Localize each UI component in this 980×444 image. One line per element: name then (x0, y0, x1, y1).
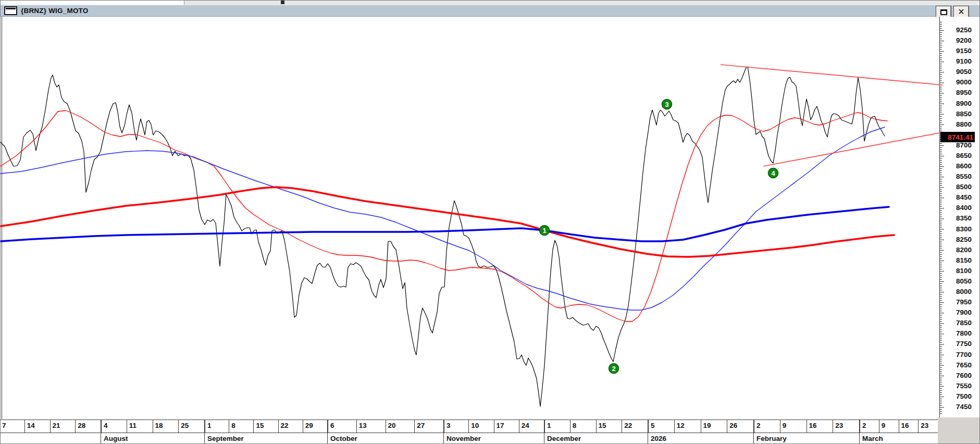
month-label: 2026 (648, 433, 753, 444)
week-label: 16 (899, 420, 919, 433)
week-label: 8 (229, 420, 253, 433)
month-label: November (443, 433, 544, 444)
y-axis-label: 8650 (945, 152, 972, 160)
month-label: September (204, 433, 327, 444)
y-axis-label: 8000 (945, 288, 972, 296)
month-label: August (101, 433, 204, 444)
week-label: 24 (519, 420, 544, 433)
y-axis-label: 7800 (945, 329, 972, 338)
y-axis-label: 8900 (945, 100, 972, 108)
y-axis-label: 8700 (945, 141, 972, 150)
y-axis-label: 8100 (945, 267, 972, 275)
week-label: 21 (50, 420, 76, 433)
close-icon: ✕ (958, 8, 964, 16)
chart-window: {BRNZ} WIG_MOTO ✕ 1234 92509200915091009… (0, 0, 980, 444)
week-label: 6 (327, 420, 356, 433)
week-label: 26 (727, 420, 753, 433)
chart-plot-area[interactable] (1, 17, 980, 444)
y-axis-label: 9250 (945, 26, 972, 34)
y-axis-label: 9000 (945, 78, 972, 87)
y-axis-label: 7600 (945, 372, 972, 380)
y-axis-label: 7850 (945, 319, 972, 327)
y-axis-label: 9200 (945, 36, 972, 45)
month-label: October (327, 433, 443, 444)
week-label: 2 (859, 420, 879, 433)
week-label: 16 (807, 420, 833, 433)
y-axis-label: 8050 (945, 277, 972, 286)
y-axis-label: 7750 (945, 340, 972, 348)
week-label: 5 (648, 420, 674, 433)
week-label: 20 (386, 420, 415, 433)
week-label: 28 (75, 420, 101, 433)
y-axis-label: 9150 (945, 47, 972, 55)
week-label: 17 (494, 420, 519, 433)
y-axis-label: 8950 (945, 89, 972, 97)
week-label: 12 (674, 420, 701, 433)
y-axis-label: 8350 (945, 214, 972, 223)
week-label: 9 (780, 420, 807, 433)
desktop-strip (1, 1, 980, 5)
strip-notch (281, 1, 284, 4)
y-axis-label: 7950 (945, 298, 972, 306)
y-axis-label: 7900 (945, 309, 972, 317)
week-label: 3 (443, 420, 468, 433)
y-axis-label: 9050 (945, 68, 972, 76)
y-axis-label: 8150 (945, 256, 972, 265)
month-label: March (859, 433, 938, 444)
y-axis-label: 8550 (945, 172, 972, 181)
axis-corner (938, 417, 980, 444)
y-axis-label: 8850 (945, 110, 972, 118)
week-label: 9 (879, 420, 899, 433)
y-axis-label: 7500 (945, 392, 972, 401)
window-system-icon[interactable] (4, 6, 17, 15)
strip-panel (184, 1, 980, 5)
week-label: 27 (414, 420, 443, 433)
week-label: 7 (1, 420, 24, 433)
week-label: 4 (101, 420, 127, 433)
week-label: 1 (544, 420, 570, 433)
y-axis-label: 7700 (945, 351, 972, 359)
window-title: {BRNZ} WIG_MOTO (21, 7, 89, 15)
month-label: February (753, 433, 859, 444)
week-label: 23 (833, 420, 859, 433)
week-label: 13 (356, 420, 386, 433)
y-axis-label: 8200 (945, 246, 972, 254)
week-label: 11 (127, 420, 153, 433)
y-axis-label: 9100 (945, 57, 972, 66)
week-label: 22 (622, 420, 648, 433)
window-titlebar[interactable]: {BRNZ} WIG_MOTO (1, 5, 979, 17)
y-axis-label: 8500 (945, 183, 972, 191)
y-axis-label: 8600 (945, 162, 972, 170)
week-label: 18 (153, 420, 179, 433)
week-label: 29 (303, 420, 327, 433)
week-label: 10 (468, 420, 493, 433)
month-label: December (544, 433, 648, 444)
x-axis-week-row: 7142128411182518152229613202731017241815… (1, 420, 938, 433)
last-price-tag: 8741.41 (940, 132, 975, 142)
y-axis-label: 8400 (945, 204, 972, 212)
y-axis-label: 8250 (945, 236, 972, 244)
week-label: 8 (570, 420, 596, 433)
week-label: 15 (596, 420, 622, 433)
y-axis-label: 7650 (945, 361, 972, 369)
week-label: 1 (204, 420, 229, 433)
week-label: 14 (24, 420, 50, 433)
week-label: 2 (753, 420, 780, 433)
week-label: 19 (701, 420, 727, 433)
y-axis-label: 7450 (945, 403, 972, 411)
last-price-value: 8741.41 (948, 133, 973, 141)
y-axis-label: 7550 (945, 382, 972, 390)
y-axis-label: 8450 (945, 193, 972, 202)
week-label: 22 (278, 420, 303, 433)
x-axis-month-row: AugustSeptemberOctoberNovemberDecember20… (1, 433, 938, 444)
y-axis-label: 8800 (945, 120, 972, 129)
window-system-icon-bar (6, 8, 16, 9)
y-axis-label: 8300 (945, 225, 972, 233)
week-label: 25 (178, 420, 204, 433)
week-label: 15 (253, 420, 278, 433)
week-label: 23 (918, 420, 938, 433)
maximize-icon (940, 9, 947, 15)
